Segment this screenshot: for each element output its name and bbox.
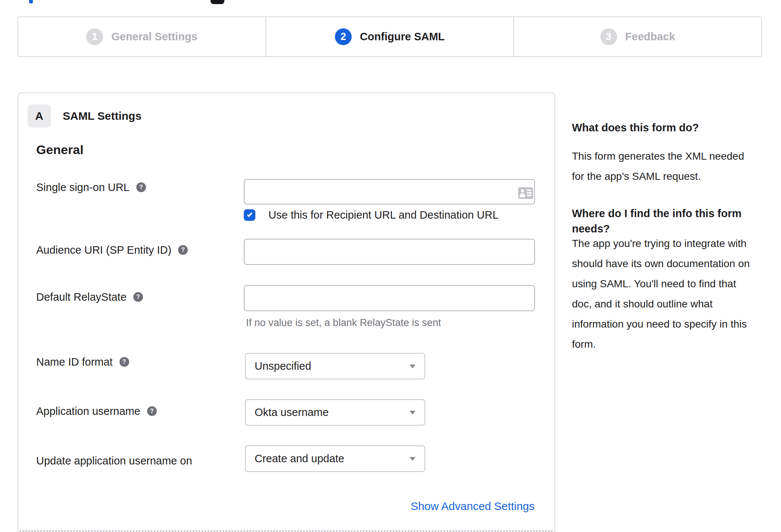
caret-down-icon: [410, 457, 416, 461]
dotted-divider: [19, 530, 553, 532]
recipient-url-checkbox-label: Use this for Recipient URL and Destinati…: [268, 209, 498, 221]
application-username-label: Application username ?: [36, 405, 157, 417]
group-title-general: General: [36, 143, 84, 157]
show-advanced-settings-link[interactable]: Show Advanced Settings: [411, 500, 535, 513]
help-icon-app-username[interactable]: ?: [147, 406, 157, 416]
help-question-1: What does this form do?: [572, 120, 699, 135]
label-text: Name ID format: [36, 356, 113, 368]
header-blue-fragment: [29, 0, 33, 3]
audience-uri-label: Audience URI (SP Entity ID) ?: [36, 244, 188, 256]
step-label: General Settings: [111, 31, 197, 43]
help-answer-1: This form generates the XML needed for t…: [572, 146, 744, 187]
label-text: Default RelayState: [36, 291, 127, 303]
audience-uri-input[interactable]: [244, 239, 535, 265]
caret-down-icon: [410, 411, 416, 414]
step-configure-saml[interactable]: 2 Configure SAML: [265, 17, 513, 56]
label-text: Single sign-on URL: [36, 181, 130, 194]
panel-header: A SAML Settings: [28, 104, 141, 128]
contact-card-icon: [518, 187, 533, 199]
label-text: Update application username on: [36, 454, 192, 467]
update-username-label: Update application username on: [36, 454, 192, 467]
step-label: Feedback: [625, 31, 675, 43]
label-text: Audience URI (SP Entity ID): [36, 244, 171, 256]
contact-card-head: [521, 189, 524, 193]
relay-state-label: Default RelayState ?: [36, 291, 143, 303]
step-number-badge: 1: [86, 28, 103, 45]
screen: 1 General Settings 2 Configure SAML 3 Fe…: [0, 0, 781, 532]
section-a-badge: A: [28, 104, 51, 128]
help-icon-audience[interactable]: ?: [178, 245, 188, 255]
contact-card-torso: [520, 193, 525, 197]
header-dark-fragment: [211, 0, 224, 4]
help-icon-name-id[interactable]: ?: [119, 357, 129, 367]
checkmark-icon: [247, 212, 252, 217]
caret-down-icon: [410, 364, 416, 368]
update-username-select[interactable]: Create and update: [245, 445, 425, 472]
help-icon-sso[interactable]: ?: [136, 182, 146, 192]
contact-card-line: [527, 195, 532, 196]
select-value: Create and update: [255, 453, 344, 465]
help-question-2: Where do I find the info this form needs…: [572, 206, 741, 237]
step-general-settings[interactable]: 1 General Settings: [18, 17, 265, 56]
application-username-select[interactable]: Okta username: [245, 399, 425, 426]
recipient-url-checkbox[interactable]: [244, 209, 255, 221]
step-number-badge: 2: [335, 28, 352, 45]
step-feedback[interactable]: 3 Feedback: [513, 17, 761, 56]
sso-url-label: Single sign-on URL ?: [36, 181, 146, 194]
contact-card-line: [527, 192, 532, 194]
step-number-badge: 3: [600, 28, 617, 45]
wizard-stepper: 1 General Settings 2 Configure SAML 3 Fe…: [18, 16, 762, 57]
sso-url-input[interactable]: [244, 179, 535, 204]
label-text: Application username: [36, 405, 140, 417]
select-value: Okta username: [255, 406, 329, 419]
step-label: Configure SAML: [360, 31, 445, 43]
help-answer-2: The app you're trying to integrate with …: [572, 234, 750, 354]
select-value: Unspecified: [255, 360, 311, 372]
relay-state-helper: If no value is set, a blank RelayState i…: [246, 317, 441, 329]
saml-settings-panel: A SAML Settings General Single sign-on U…: [18, 93, 555, 532]
name-id-format-label: Name ID format ?: [36, 356, 129, 368]
panel-title: SAML Settings: [63, 110, 141, 122]
name-id-format-select[interactable]: Unspecified: [245, 353, 425, 379]
relay-state-input[interactable]: [244, 285, 535, 311]
help-icon-relay[interactable]: ?: [133, 292, 143, 302]
contact-card-line: [527, 190, 532, 191]
